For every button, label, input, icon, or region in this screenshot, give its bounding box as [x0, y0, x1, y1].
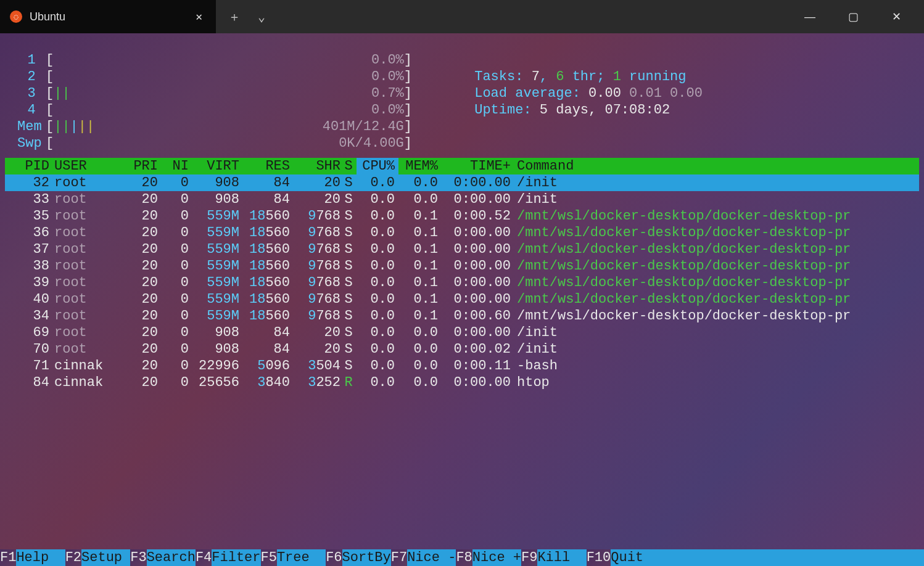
cell-cpu: 0.0: [357, 241, 398, 258]
terminal-body[interactable]: 1[0.0%]2[0.0%]3[||0.7%]4[0.0%] Mem [ || …: [0, 33, 924, 566]
cpu-label: 4: [17, 102, 46, 118]
close-tab-button[interactable]: ✕: [192, 10, 206, 23]
cell-pid: 39: [5, 274, 49, 291]
fkey-f9[interactable]: F9Kill: [521, 549, 587, 566]
terminal-tab[interactable]: ◌ Ubuntu ✕: [0, 0, 216, 33]
mem-value: 401M/12.4G: [323, 119, 404, 134]
col-shr[interactable]: SHR: [290, 158, 340, 174]
cell-shr: 20: [290, 324, 340, 341]
process-row[interactable]: 33root2009088420S0.00.00:00.00/init: [5, 191, 919, 208]
cell-time: 0:00.00: [438, 291, 511, 308]
fkey-f3[interactable]: F3Search: [130, 549, 196, 566]
cell-command: /mnt/wsl/docker-desktop/docker-desktop-p…: [511, 308, 919, 324]
fkey-f10[interactable]: F10Quit: [587, 549, 660, 566]
cell-shr: 3252: [290, 374, 340, 391]
process-header[interactable]: PID USER PRI NI VIRT RES SHR S CPU% MEM%…: [5, 158, 919, 174]
process-row[interactable]: 70root2009088420S0.00.00:00.02/init: [5, 341, 919, 358]
cpu-label: 1: [17, 52, 46, 68]
cell-command: htop: [511, 374, 919, 391]
mem-bars-yellow: ||: [78, 118, 94, 135]
mem-meter: Mem [ || | || 401M/12.4G]: [17, 118, 412, 135]
cell-command: /mnt/wsl/docker-desktop/docker-desktop-p…: [511, 274, 919, 291]
minimize-button[interactable]: —: [801, 10, 819, 23]
cell-state: S: [340, 324, 357, 341]
cell-virt: 559M: [189, 274, 239, 291]
cell-user: root: [49, 224, 117, 241]
cell-shr: 9768: [290, 241, 340, 258]
col-s[interactable]: S: [340, 158, 357, 174]
cpu-meter: 1[0.0%]: [17, 52, 412, 68]
cell-pri: 20: [117, 341, 158, 358]
close-window-button[interactable]: ✕: [887, 10, 905, 23]
fkey-key: F4: [196, 549, 212, 566]
cell-time: 0:00.11: [438, 358, 511, 374]
new-tab-button[interactable]: ＋: [228, 9, 241, 25]
cell-res: 5096: [239, 358, 290, 374]
process-row[interactable]: 38root200559M185609768S0.00.10:00.00/mnt…: [5, 258, 919, 274]
fkey-f1[interactable]: F1Help: [0, 549, 65, 566]
ubuntu-icon: ◌: [10, 10, 22, 23]
col-pid[interactable]: PID: [5, 158, 49, 174]
stats-block: Tasks: 7, 6 thr; 1 running Load average:…: [426, 52, 703, 102]
cell-ni: 0: [158, 191, 189, 208]
process-row[interactable]: 37root200559M185609768S0.00.10:00.00/mnt…: [5, 241, 919, 258]
fkey-f7[interactable]: F7Nice -: [391, 549, 456, 566]
cell-user: root: [49, 324, 117, 341]
cell-ni: 0: [158, 274, 189, 291]
cell-user: root: [49, 174, 117, 191]
cell-time: 0:00.00: [438, 224, 511, 241]
col-virt[interactable]: VIRT: [189, 158, 239, 174]
process-row[interactable]: 34root200559M185609768S0.00.10:00.60/mnt…: [5, 308, 919, 324]
tab-dropdown-button[interactable]: ⌄: [258, 9, 265, 25]
cell-mem: 0.0: [398, 324, 438, 341]
cell-shr: 9768: [290, 274, 340, 291]
col-time[interactable]: TIME+: [438, 158, 511, 174]
fkey-f4[interactable]: F4Filter: [196, 549, 261, 566]
cell-time: 0:00.00: [438, 258, 511, 274]
fkey-key: F3: [130, 549, 146, 566]
cell-user: root: [49, 291, 117, 308]
cell-state: S: [340, 208, 357, 224]
cell-pri: 20: [117, 358, 158, 374]
cell-shr: 20: [290, 341, 340, 358]
process-row[interactable]: 84cinnak2002565638403252R0.00.00:00.00ht…: [5, 374, 919, 391]
fkey-key: F9: [521, 549, 537, 566]
col-user[interactable]: USER: [49, 158, 117, 174]
cell-user: root: [49, 241, 117, 258]
col-res[interactable]: RES: [239, 158, 290, 174]
col-mem[interactable]: MEM%: [398, 158, 438, 174]
process-row[interactable]: 40root200559M185609768S0.00.10:00.00/mnt…: [5, 291, 919, 308]
cell-pri: 20: [117, 258, 158, 274]
col-pri[interactable]: PRI: [117, 158, 158, 174]
cell-virt: 559M: [189, 224, 239, 241]
process-row[interactable]: 32root2009088420S0.00.00:00.00/init: [5, 174, 919, 191]
process-row[interactable]: 35root200559M185609768S0.00.10:00.52/mnt…: [5, 208, 919, 224]
col-cpu[interactable]: CPU%: [357, 158, 398, 174]
cell-pid: 70: [5, 341, 49, 358]
process-row[interactable]: 69root2009088420S0.00.00:00.00/init: [5, 324, 919, 341]
fkey-f2[interactable]: F2Setup: [65, 549, 131, 566]
cpu-value: 0.0%: [371, 69, 404, 84]
fkey-f8[interactable]: F8Nice +: [456, 549, 521, 566]
process-row[interactable]: 36root200559M185609768S0.00.10:00.00/mnt…: [5, 224, 919, 241]
cell-cpu: 0.0: [357, 308, 398, 324]
process-row[interactable]: 39root200559M185609768S0.00.10:00.00/mnt…: [5, 274, 919, 291]
cell-res: 84: [239, 191, 290, 208]
cell-user: root: [49, 191, 117, 208]
process-row[interactable]: 71cinnak2002299650963504S0.00.00:00.11-b…: [5, 358, 919, 374]
fkey-f6[interactable]: F6SortBy: [326, 549, 391, 566]
function-key-bar: F1Help F2Setup F3SearchF4FilterF5Tree F6…: [0, 549, 924, 566]
cell-res: 18560: [239, 308, 290, 324]
cell-time: 0:00.00: [438, 241, 511, 258]
col-cmd[interactable]: Command: [511, 158, 919, 174]
cell-command: /mnt/wsl/docker-desktop/docker-desktop-p…: [511, 241, 919, 258]
maximize-button[interactable]: ▢: [844, 10, 862, 23]
cell-pid: 36: [5, 224, 49, 241]
cell-mem: 0.1: [398, 291, 438, 308]
fkey-f5[interactable]: F5Tree: [261, 549, 326, 566]
cell-virt: 559M: [189, 308, 239, 324]
cell-cpu: 0.0: [357, 274, 398, 291]
tab-toolbar: ＋ ⌄: [216, 0, 278, 33]
col-ni[interactable]: NI: [158, 158, 189, 174]
cell-time: 0:00.00: [438, 174, 511, 191]
